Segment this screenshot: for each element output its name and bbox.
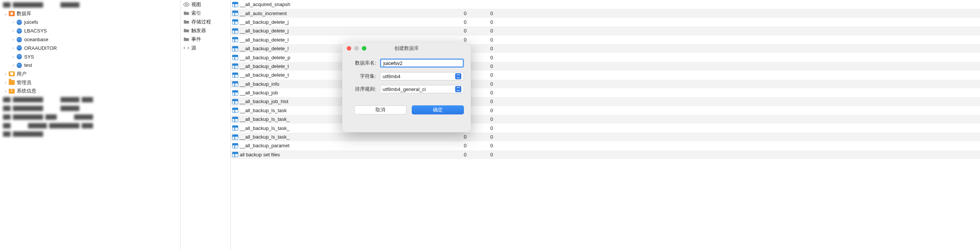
blurred-item [0,112,180,121]
blurred-item [0,95,180,104]
database-icon [16,19,23,26]
label: 事件 [191,36,201,43]
tree-item-users[interactable]: › 用户 [0,70,180,78]
table-row[interactable]: __all_auto_increment00 [231,9,980,17]
table-icon [232,143,238,149]
table-row[interactable]: __all_acquired_snapsh [231,0,980,9]
col-value: 0 [474,81,497,87]
dialog-titlebar: 创建数据库 [342,43,471,54]
table-row[interactable]: __all_backup_ls_task_00 [231,133,980,141]
table-name: __all_backup_delete_j [240,19,288,25]
col-value: 0 [474,63,497,69]
table-row[interactable]: __all_backup_delete_j00 [231,18,980,27]
db-name: juicefs [24,19,38,25]
db-name: LBACSYS [24,28,47,33]
table-name: __all_backup_delete_t [240,72,289,78]
tree-db-item[interactable]: ›juicefs [0,18,180,27]
tree-db-item[interactable]: ›ORAAUDITOR [0,44,180,52]
collation-select[interactable]: utf8mb4_general_ci [380,85,464,93]
tree-item-sysinfo[interactable]: › 系统信息 [0,87,180,95]
col-value: 0 [474,11,497,16]
table-icon [232,28,238,33]
table-name: __all_backup_ls_task_ [240,134,290,140]
ok-button[interactable]: 确定 [412,105,464,114]
database-icon [16,44,23,51]
tree-item-admin[interactable]: › 管理员 [0,78,180,87]
label: 存储过程 [191,19,211,25]
chevron-right-icon: › [11,46,16,50]
chevron-right-icon: › [3,81,8,85]
tree-db-item[interactable]: ›oceanbase [0,35,180,44]
chevron-right-icon: › [11,37,16,41]
col-value: 0 [452,19,474,25]
tree-db-item[interactable]: ›test [0,61,180,70]
db-name: oceanbase [24,36,48,42]
table-row[interactable]: all backup set files00 [231,150,980,159]
index-folder-icon [183,10,190,17]
label-dbname: 数据库名: [349,60,376,66]
users-folder-icon [8,71,15,78]
table-name: __all_backup_delete_l [240,37,288,43]
obj-trigger[interactable]: 触发器 [181,26,230,35]
table-name: __all_backup_info [240,81,279,87]
table-name: __all_backup_delete_p [240,55,290,60]
label-charset: 字符集: [349,73,376,80]
col-value: 0 [452,37,474,43]
obj-source[interactable]: 源 [181,43,230,52]
col-value: 0 [474,125,497,131]
col-value: 0 [474,46,497,51]
table-name: __all_backup_delete_l [240,46,288,51]
table-name: __all_acquired_snapsh [240,2,290,7]
dbname-input[interactable] [380,59,464,68]
tree-label: 系统信息 [17,88,36,94]
charset-select[interactable]: utf8mb4 [380,72,464,81]
db-name: ORAAUDITOR [24,45,57,51]
database-icon [16,28,23,34]
col-value: 0 [474,134,497,140]
cancel-button[interactable]: 取消 [354,105,406,114]
tree-item-databases[interactable]: ⌄ 数据库 [0,9,180,18]
left-sidebar: ⌄ 数据库 ›juicefs›LBACSYS›oceanbase›ORAAUDI… [0,0,181,250]
obj-proc[interactable]: 存储过程 [181,17,230,26]
chevron-right-icon: › [11,20,16,24]
table-icon [232,134,238,140]
source-icon [183,44,190,51]
table-name: __all_backup_job [240,90,278,95]
table-icon [232,99,238,104]
dialog-title: 创建数据库 [342,45,471,52]
table-icon [232,11,238,16]
view-icon [183,1,190,8]
collation-value: utf8mb4_general_ci [383,87,426,92]
col-value: 0 [474,55,497,60]
table-icon [232,37,238,42]
obj-view[interactable]: 视图 [181,0,230,9]
tree-label: 管理员 [17,79,31,86]
blurred-item [0,104,180,113]
table-row[interactable]: __all_backup_paramet00 [231,141,980,150]
tree-label: 数据库 [17,10,31,17]
table-icon [232,19,238,25]
table-icon [232,55,238,60]
svg-point-0 [186,3,188,5]
col-value: 0 [474,19,497,25]
chevron-right-icon: › [11,63,16,67]
col-value: 0 [452,11,474,16]
table-icon [232,117,238,122]
col-value: 0 [474,72,497,78]
tree-db-item[interactable]: ›LBACSYS [0,27,180,35]
table-icon [232,108,238,113]
tree-db-item[interactable]: ›SYS [0,52,180,61]
col-value: 0 [474,28,497,33]
create-database-dialog: 创建数据库 数据库名: 字符集: utf8mb4 排序规则: utf8mb4_g… [342,43,471,132]
table-name: __all_backup_ls_task_ [240,125,290,131]
obj-event[interactable]: 事件 [181,35,230,43]
chevron-down-icon [455,86,461,92]
table-name: __all_backup_ls_task_ [240,116,290,122]
table-row[interactable]: __all_backup_delete_j00 [231,27,980,35]
col-value: 0 [452,134,474,140]
table-icon [232,125,238,131]
obj-index[interactable]: 索引 [181,9,230,17]
col-value: 0 [474,37,497,43]
chevron-right-icon: › [11,55,16,59]
table-name: __all_auto_increment [240,11,286,16]
